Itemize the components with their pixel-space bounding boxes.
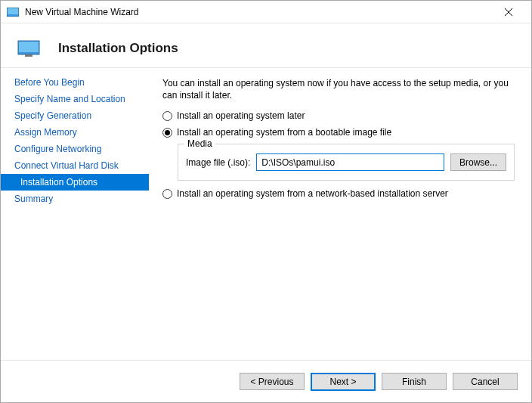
intro-text: You can install an operating system now …	[162, 77, 515, 101]
media-fieldset: Media Image file (.iso): Browse...	[178, 144, 515, 181]
wizard-footer: < Previous Next > Finish Cancel	[1, 360, 531, 402]
radio-icon	[162, 128, 172, 138]
step-summary[interactable]: Summary	[1, 191, 149, 207]
radio-install-later[interactable]: Install an operating system later	[162, 110, 515, 121]
page-title: Installation Options	[58, 41, 178, 56]
radio-icon	[162, 189, 172, 199]
content-pane: You can install an operating system now …	[149, 68, 531, 360]
svg-rect-4	[25, 54, 32, 57]
media-legend: Media	[184, 138, 215, 149]
step-configure-networking[interactable]: Configure Networking	[1, 141, 149, 157]
radio-label: Install an operating system from a boota…	[177, 127, 391, 138]
next-button[interactable]: Next >	[311, 373, 376, 391]
browse-button[interactable]: Browse...	[450, 153, 506, 171]
radio-install-image[interactable]: Install an operating system from a boota…	[162, 127, 515, 138]
step-connect-vhd[interactable]: Connect Virtual Hard Disk	[1, 157, 149, 174]
wizard-body: Before You Begin Specify Name and Locati…	[1, 68, 531, 360]
radio-label: Install an operating system from a netwo…	[177, 188, 448, 199]
step-before-you-begin[interactable]: Before You Begin	[1, 74, 149, 91]
steps-sidebar: Before You Begin Specify Name and Locati…	[1, 68, 149, 360]
monitor-icon	[17, 40, 40, 57]
radio-icon	[162, 111, 172, 121]
finish-button[interactable]: Finish	[382, 373, 447, 390]
step-specify-generation[interactable]: Specify Generation	[1, 107, 149, 124]
wizard-header: Installation Options	[1, 23, 531, 67]
step-installation-options[interactable]: Installation Options	[1, 174, 149, 191]
radio-label: Install an operating system later	[177, 110, 305, 121]
close-button[interactable]	[491, 2, 525, 23]
svg-rect-1	[8, 8, 18, 14]
wizard-window: New Virtual Machine Wizard Installation …	[0, 0, 532, 403]
app-icon	[7, 6, 19, 18]
image-file-input[interactable]	[256, 153, 444, 171]
step-specify-name-location[interactable]: Specify Name and Location	[1, 91, 149, 107]
cancel-button[interactable]: Cancel	[453, 373, 518, 390]
radio-install-network[interactable]: Install an operating system from a netwo…	[162, 188, 515, 199]
svg-rect-3	[19, 42, 39, 52]
step-assign-memory[interactable]: Assign Memory	[1, 124, 149, 141]
image-file-label: Image file (.iso):	[186, 157, 250, 168]
previous-button[interactable]: < Previous	[240, 373, 305, 390]
window-title: New Virtual Machine Wizard	[25, 7, 491, 17]
titlebar: New Virtual Machine Wizard	[1, 1, 531, 23]
